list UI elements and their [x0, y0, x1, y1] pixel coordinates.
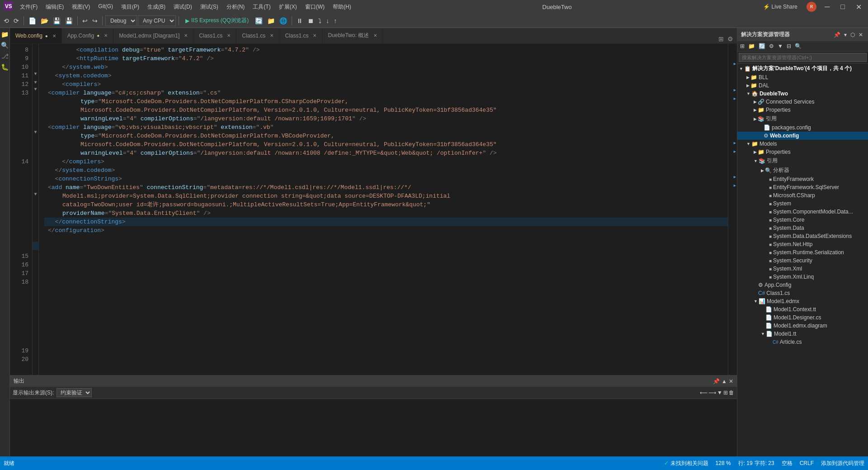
- menu-git[interactable]: Git(G): [94, 2, 117, 12]
- output-btn-3[interactable]: ▼: [717, 389, 722, 396]
- redo-button[interactable]: ↪: [90, 16, 99, 25]
- tree-ref-system-security[interactable]: ■ System.Security: [737, 256, 868, 265]
- menu-project[interactable]: 项目(P): [118, 2, 143, 12]
- tree-arrow-solution[interactable]: ▼: [739, 66, 743, 71]
- tab-appconfig[interactable]: App.Config ● ✕: [62, 28, 113, 43]
- activity-git[interactable]: ⎇: [0, 52, 9, 61]
- tab-class1-3[interactable]: Class1.cs ✕: [279, 28, 322, 43]
- menu-debug[interactable]: 调试(D): [170, 2, 196, 12]
- tree-ref-system-component[interactable]: ■ System.ComponentModel.Data...: [737, 208, 868, 216]
- menu-tools[interactable]: 工具(T): [249, 2, 274, 12]
- menu-view[interactable]: 视图(V): [68, 2, 94, 12]
- tree-app-config[interactable]: ⚙ App.Config: [737, 281, 868, 289]
- se-pin-button[interactable]: 📌: [832, 31, 842, 38]
- status-ok[interactable]: ✓ 未找到相关问题: [664, 460, 708, 467]
- save-all-button[interactable]: 💾: [63, 16, 75, 25]
- tree-arrow-model1-edmx[interactable]: ▼: [754, 299, 758, 304]
- tab-duebletwo-close[interactable]: ✕: [373, 33, 377, 38]
- output-pin-button[interactable]: 📌: [713, 378, 720, 385]
- minimize-button[interactable]: ─: [822, 3, 832, 11]
- pause-button[interactable]: ⏸: [295, 16, 305, 25]
- se-expand-button[interactable]: ⬡: [849, 31, 856, 38]
- menu-window[interactable]: 窗口(W): [302, 2, 328, 12]
- browser-button[interactable]: 🌐: [278, 16, 289, 25]
- solution-search-input[interactable]: [739, 53, 867, 62]
- tree-arrow-models-properties[interactable]: ▶: [754, 150, 757, 154]
- se-toolbar-btn-2[interactable]: 📁: [747, 43, 756, 50]
- tree-web-config[interactable]: ⚙ Web.config: [737, 132, 868, 140]
- se-toolbar-btn-5[interactable]: ▼: [776, 43, 784, 50]
- platform-select[interactable]: Any CPU: [138, 15, 176, 26]
- tree-bll[interactable]: ▶ 📁 BLL: [737, 73, 868, 81]
- activity-debug[interactable]: 🐛: [0, 62, 9, 71]
- tree-ref-ef-sql[interactable]: ■ EntityFramework.SqlServer: [737, 183, 868, 191]
- tree-arrow-ref-analyzer[interactable]: ▶: [761, 168, 764, 173]
- refresh-button[interactable]: 🔄: [253, 16, 264, 25]
- back-button[interactable]: ⟲: [2, 16, 11, 25]
- open-file-button[interactable]: 📂: [39, 16, 50, 25]
- tree-arrow-properties[interactable]: ▶: [754, 108, 757, 112]
- tree-dal[interactable]: ▶ 📁 DAL: [737, 81, 868, 90]
- tree-model1-context[interactable]: 📄 Model1.Context.tt: [737, 305, 868, 313]
- tree-class1-cs[interactable]: C# Class1.cs: [737, 289, 868, 297]
- forward-button[interactable]: ⟳: [12, 16, 21, 25]
- tree-arrow-duebletwo[interactable]: ▼: [746, 91, 750, 96]
- tree-duebletwo[interactable]: ▼ 🏠 DuebleTwo: [737, 90, 868, 98]
- tab-appconfig-close[interactable]: ✕: [104, 33, 108, 38]
- menu-build[interactable]: 生成(B): [144, 2, 169, 12]
- tree-article-cs[interactable]: C# Article.cs: [737, 338, 868, 346]
- status-row-col[interactable]: 行: 19 字符: 23: [738, 460, 774, 467]
- tree-connected-services[interactable]: ▶ 🔗 Connected Services: [737, 98, 868, 106]
- tree-model1-designer[interactable]: 📄 Model1.Designer.cs: [737, 313, 868, 322]
- output-btn-2[interactable]: ⟶: [708, 389, 716, 396]
- activity-explorer[interactable]: 📁: [0, 30, 9, 39]
- tree-ref-system-data-ext[interactable]: ■ System.Data.DataSetExtensions: [737, 232, 868, 240]
- save-button[interactable]: 💾: [51, 16, 62, 25]
- tree-model1-tt[interactable]: ▼ 📄 Model1.tt: [737, 330, 868, 338]
- status-add-source[interactable]: 添加到源代码管理: [821, 460, 864, 467]
- se-toolbar-btn-6[interactable]: ⊟: [785, 43, 793, 50]
- tree-ref-system[interactable]: ■ System: [737, 199, 868, 208]
- tree-ref-ef[interactable]: ■ EntityFramework: [737, 175, 868, 183]
- tab-class1-2[interactable]: Class1.cs ✕: [236, 28, 279, 43]
- folder-button[interactable]: 📁: [265, 16, 277, 25]
- step-over-button[interactable]: ⤵: [316, 16, 323, 25]
- output-btn-5[interactable]: 🗑: [729, 389, 734, 396]
- fold-13[interactable]: ▼: [33, 87, 38, 130]
- tree-ref-ms-csharp[interactable]: ■ Microsoft.CSharp: [737, 191, 868, 199]
- tree-arrow-model1-tt[interactable]: ▼: [761, 332, 765, 336]
- tab-webconfig-close[interactable]: ✕: [52, 33, 56, 38]
- tab-class1-1-close[interactable]: ✕: [227, 33, 231, 38]
- tree-models-properties[interactable]: ▶ 📁 Properties: [737, 148, 868, 156]
- fold-17[interactable]: ▼: [33, 190, 38, 199]
- tree-arrow-models-references[interactable]: ▼: [754, 159, 758, 163]
- tab-webconfig[interactable]: Web.config ● ✕: [10, 28, 62, 43]
- menu-extensions[interactable]: 扩展(X): [275, 2, 301, 12]
- se-close-button[interactable]: ✕: [857, 31, 864, 38]
- tree-arrow-dal[interactable]: ▶: [746, 83, 750, 88]
- run-button[interactable]: ▶ IIS Express (QQ浏览器): [182, 16, 252, 25]
- tree-ref-system-core[interactable]: ■ System.Core: [737, 216, 868, 224]
- user-avatar[interactable]: R: [807, 2, 816, 12]
- liveshare-button[interactable]: ⚡ Live Share: [760, 3, 801, 11]
- tab-model1edmx[interactable]: Model1.edmx [Diagram1] ✕: [113, 28, 193, 43]
- status-indent[interactable]: 空格: [782, 460, 793, 467]
- tree-model1-edmx[interactable]: ▼ 📊 Model1.edmx: [737, 297, 868, 305]
- undo-button[interactable]: ↩: [80, 16, 90, 25]
- tab-settings-button[interactable]: ⚙: [726, 34, 734, 43]
- tree-ref-system-xml-linq[interactable]: ■ System.Xml.Linq: [737, 273, 868, 281]
- tree-arrow-connected-services[interactable]: ▶: [754, 100, 757, 104]
- step-out-button[interactable]: ↑: [332, 16, 339, 25]
- tree-model1-diagram[interactable]: 📄 Model1.edmx.diagram: [737, 322, 868, 330]
- tree-ref-system-data[interactable]: ■ System.Data: [737, 224, 868, 232]
- fold-15[interactable]: [33, 173, 38, 181]
- activity-search[interactable]: 🔍: [0, 41, 9, 50]
- se-toolbar-btn-1[interactable]: ⊞: [739, 43, 746, 50]
- tree-ref-analyzer[interactable]: ▶ 🔍 分析器: [737, 166, 868, 175]
- tree-packages-config[interactable]: 📄 packages.config: [737, 123, 868, 132]
- tab-class1-1[interactable]: Class1.cs ✕: [193, 28, 236, 43]
- status-encoding[interactable]: CRLF: [800, 460, 814, 466]
- close-button[interactable]: ✕: [853, 3, 864, 11]
- tree-ref-system-net-http[interactable]: ■ System.Net.Http: [737, 240, 868, 248]
- maximize-button[interactable]: □: [838, 3, 848, 11]
